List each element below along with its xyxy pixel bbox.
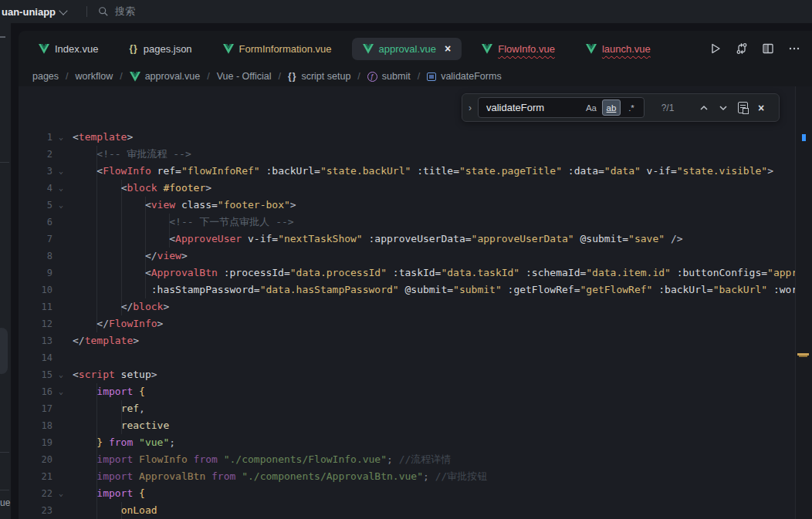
global-search[interactable]: 搜索 [98,5,135,19]
tab-pages-json[interactable]: {}pages.json [118,38,202,60]
line-number[interactable]: 21 [19,468,52,485]
line-number[interactable]: 3 [19,163,52,180]
line-number[interactable]: 16 [19,383,52,400]
match-case-button[interactable]: Aa [582,99,601,116]
code-line[interactable]: 16⌄ import { [19,383,812,400]
line-number[interactable]: 6 [19,214,52,231]
code-line[interactable]: 23 onLoad [19,502,812,519]
project-selector[interactable]: uan-uniapp [2,6,66,18]
code-line[interactable]: 5⌄ <view class="footer-box"> [19,197,812,214]
more-actions-icon [787,42,801,56]
code-line[interactable]: 18 reactive [19,417,812,434]
code-line[interactable]: 19 } from "vue"; [19,434,812,451]
code-line[interactable]: 22⌄ import { [19,485,812,502]
code-line[interactable]: 1⌄<template> [19,129,812,146]
vue-icon [223,44,234,54]
line-number[interactable]: 13 [19,332,52,349]
line-number[interactable]: 5 [19,197,52,214]
code-line[interactable]: 10 :hasStampPassword="data.hasStampPassw… [19,281,812,298]
breadcrumb-item-submit[interactable]: ƒsubmit [367,71,411,82]
line-number[interactable]: 2 [19,146,52,163]
breadcrumb-item-approval-vue[interactable]: approval.vue [130,71,201,82]
breadcrumb-item-script-setup[interactable]: {}script setup [288,71,350,82]
breadcrumb-item-pages[interactable]: pages [32,71,59,82]
line-number[interactable]: 11 [19,298,52,315]
previous-match-icon[interactable] [699,103,709,113]
breadcrumb-item-vue-official[interactable]: Vue - Official [217,71,272,82]
line-number[interactable]: 22 [19,485,52,502]
code-line[interactable]: 14 [19,349,812,366]
breadcrumb-item-workflow[interactable]: workflow [76,71,113,82]
whole-word-button[interactable]: ab [602,99,621,116]
line-number[interactable]: 17 [19,400,52,417]
more-actions-button[interactable] [787,42,801,56]
breadcrumb-label: approval.vue [145,71,201,82]
search-icon [98,6,109,17]
tab-index-vue[interactable]: Index.vue [28,38,109,60]
line-number[interactable]: 4 [19,180,52,197]
panel-scrollbar[interactable] [0,328,8,374]
breadcrumb-item-validateforms[interactable]: validateForms [427,71,502,82]
line-number[interactable]: 7 [19,231,52,248]
close-tab-icon[interactable]: × [445,43,451,54]
line-number[interactable]: 18 [19,417,52,434]
run-button[interactable] [709,42,722,56]
code-line[interactable]: 7 <ApproveUser v-if="nextTaskShow" :appr… [19,231,812,248]
close-find-icon[interactable]: × [758,102,764,114]
toggle-replace-icon[interactable]: › [469,103,472,113]
line-number[interactable]: 23 [19,502,52,519]
compare-changes-button[interactable] [735,42,749,56]
line-number[interactable]: 10 [19,281,52,298]
code-line[interactable]: 11 </block> [19,298,812,315]
code-line[interactable]: 2 <!-- 审批流程 --> [19,146,812,163]
tab-label: FormInformation.vue [239,43,332,55]
find-match-count: ?/1 [657,103,678,113]
line-number[interactable]: 12 [19,315,52,332]
code-text: ref, [73,400,145,417]
find-input[interactable] [486,102,580,113]
line-number[interactable]: 9 [19,265,52,281]
line-number[interactable]: 15 [19,366,52,383]
json-icon: {} [129,43,137,54]
code-line[interactable]: 8 </view> [19,248,812,265]
line-number[interactable]: 8 [19,248,52,265]
tab-approval-vue[interactable]: approval.vue× [352,38,462,60]
line-number[interactable]: 19 [19,434,52,451]
line-number[interactable]: 20 [19,451,52,468]
split-editor-button[interactable] [761,42,775,56]
fold-chevron-icon[interactable]: ⌄ [59,485,69,502]
code-line[interactable]: 3⌄ <FlowInfo ref="flowInfoRef" :backUrl=… [19,163,812,180]
fold-chevron-icon[interactable]: ⌄ [59,163,69,180]
code-editor[interactable]: 1⌄<template>2 <!-- 审批流程 -->3⌄ <FlowInfo … [19,86,812,519]
code-line[interactable]: 15⌄<script setup> [19,366,812,383]
code-line[interactable]: 20 import FlowInfo from "./components/Fl… [19,451,812,468]
line-number[interactable]: 1 [19,129,52,146]
find-in-selection-icon[interactable] [738,102,748,113]
fold-chevron-icon[interactable]: ⌄ [59,197,69,214]
code-line[interactable]: 6 <!-- 下一节点审批人 --> [19,214,812,231]
fold-chevron-icon[interactable]: ⌄ [59,129,69,146]
regex-button[interactable]: .* [622,99,641,116]
code-line[interactable]: 13</template> [19,332,812,349]
code-area[interactable]: 1⌄<template>2 <!-- 审批流程 -->3⌄ <FlowInfo … [19,129,812,519]
tree-item-fragment[interactable]: ue [0,497,10,508]
ruler-marker [799,356,807,357]
find-widget: › Aa ab .* ?/1 × [462,93,780,122]
code-line[interactable]: 4⌄ <block #footer> [19,180,812,197]
code-line[interactable]: 17 ref, [19,400,812,417]
tab-forminformation-vue[interactable]: FormInformation.vue [212,38,343,60]
code-line[interactable]: 9 <ApprovalBtn :processId="data.processI… [19,265,812,281]
fold-chevron-icon[interactable]: ⌄ [59,383,69,400]
code-line[interactable]: 12 </FlowInfo> [19,315,812,332]
fold-chevron-icon[interactable]: ⌄ [59,180,69,197]
line-number[interactable]: 14 [19,349,52,366]
vue-icon [39,44,49,54]
next-match-icon[interactable] [719,103,728,113]
code-line[interactable]: 21 import ApprovalBtn from "./components… [19,468,812,485]
tab-launch-vue[interactable]: launch.vue [575,38,661,60]
tab-flowinfo-vue[interactable]: FlowInfo.vue [471,38,566,60]
breadcrumb-label: submit [382,71,411,82]
code-text: </view> [73,248,188,265]
overview-ruler[interactable] [795,86,812,519]
fold-chevron-icon[interactable]: ⌄ [59,366,69,383]
